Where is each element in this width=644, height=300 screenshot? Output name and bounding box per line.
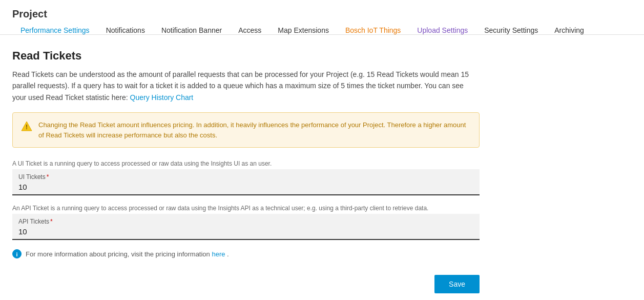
query-history-chart-link[interactable]: Query History Chart (130, 93, 194, 102)
api-tickets-description: An API Ticket is a running query to acce… (12, 205, 480, 212)
page-title: Project (12, 8, 632, 20)
main-content: Read Tickets Read Tickets can be underst… (0, 35, 492, 300)
svg-text:i: i (16, 251, 17, 257)
tab-notifications[interactable]: Notifications (98, 26, 153, 34)
ui-tickets-description: A UI Ticket is a running query to access… (12, 160, 480, 167)
tab-map-extensions[interactable]: Map Extensions (269, 26, 337, 34)
section-title: Read Tickets (12, 49, 480, 63)
info-text: For more information about pricing, visi… (26, 250, 229, 258)
tab-performance-settings[interactable]: Performance Settings (12, 26, 98, 34)
description-text: Read Tickets can be understood as the am… (12, 70, 469, 102)
api-tickets-required: * (50, 218, 53, 225)
warning-icon: ! (21, 121, 32, 132)
tab-security-settings[interactable]: Security Settings (476, 26, 546, 34)
tab-upload-settings[interactable]: Upload Settings (409, 26, 476, 34)
api-tickets-label: API Tickets* (18, 218, 473, 225)
tab-notification-banner[interactable]: Notification Banner (153, 26, 230, 34)
info-icon: i (12, 249, 22, 258)
tab-bosch-iot-things[interactable]: Bosch IoT Things (337, 26, 409, 34)
ui-tickets-required: * (47, 173, 49, 181)
ui-tickets-field: UI Tickets* 10 (12, 169, 480, 195)
warning-text: Changing the Read Ticket amount influenc… (38, 120, 471, 140)
page-header: Project Performance SettingsNotification… (0, 0, 644, 35)
section-description: Read Tickets can be understood as the am… (12, 69, 480, 103)
save-button[interactable]: Save (434, 275, 480, 293)
svg-text:!: ! (26, 124, 28, 131)
ui-tickets-label: UI Tickets* (18, 173, 473, 181)
pricing-info-link[interactable]: here (212, 250, 227, 258)
api-tickets-field: API Tickets* 10 (12, 214, 480, 240)
api-tickets-value[interactable]: 10 (18, 227, 473, 236)
info-box: i For more information about pricing, vi… (12, 249, 480, 258)
warning-box: ! Changing the Read Ticket amount influe… (12, 112, 480, 148)
tab-access[interactable]: Access (230, 26, 269, 34)
save-button-row: Save (12, 275, 480, 293)
tab-archiving[interactable]: Archiving (546, 26, 592, 34)
ui-tickets-value[interactable]: 10 (18, 183, 473, 191)
nav-tabs: Performance SettingsNotificationsNotific… (12, 26, 632, 34)
